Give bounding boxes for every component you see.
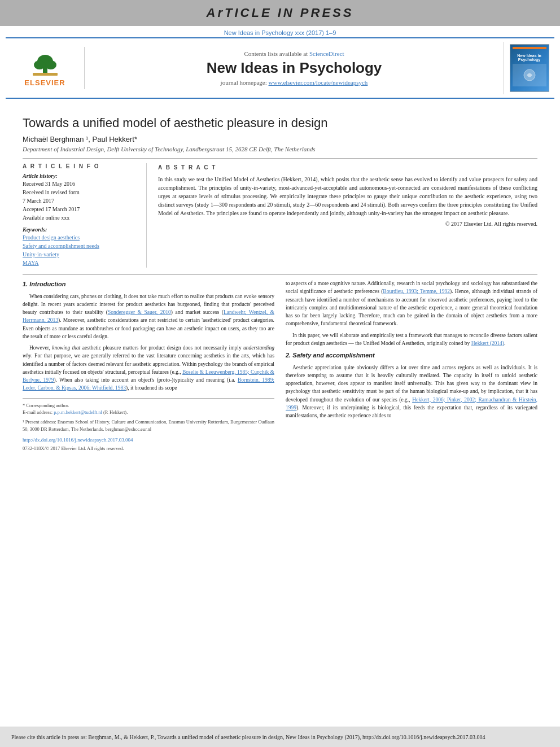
- revised-date: 7 March 2017: [23, 197, 138, 205]
- safety-heading: 2. Safety and accomplishment: [286, 351, 537, 360]
- intro-para2: However, knowing that aesthetic pleasure…: [23, 344, 274, 392]
- article-info: A R T I C L E I N F O Article history: R…: [23, 163, 147, 268]
- contents-available-text: Contents lists available at ScienceDirec…: [244, 50, 344, 57]
- elsevier-tree-icon: [23, 49, 68, 77]
- ref-bornstein[interactable]: Bornstein, 1989; Leder, Carbon, & Ripsas…: [23, 377, 274, 391]
- elsevier-label: ELSEVIER: [24, 78, 65, 87]
- citation-bar: Please cite this article in press as: Be…: [0, 727, 560, 747]
- ref-hekkert2006[interactable]: Hekkert, 2006; Pinker, 2002; Ramachandra…: [286, 397, 537, 410]
- journal-cover-section: New Ideas inPsychology: [504, 42, 554, 94]
- article-in-press-banner: ArTICLE IN PRESS: [0, 0, 560, 26]
- svg-point-3: [45, 60, 56, 69]
- body-right-col: to aspects of a more cognitive nature. A…: [286, 279, 537, 452]
- cover-title: New Ideas inPsychology: [517, 54, 541, 62]
- divider-1: [23, 158, 537, 159]
- ref-sonderegger[interactable]: Sonderegger & Sauer, 2010: [108, 309, 171, 315]
- citation-text: Please cite this article in press as: Be…: [11, 734, 485, 740]
- article-content: Towards a unified model of aesthetic ple…: [0, 99, 560, 727]
- journal-cover-image: New Ideas inPsychology: [510, 44, 549, 92]
- ref-boselie[interactable]: Boselie & Leeuwenberg, 1985; Cupchik & B…: [23, 369, 274, 383]
- right-para3: Aesthetic appreciation quite obviously d…: [286, 364, 537, 420]
- journal-citation: New Ideas in Psychology xxx (2017) 1–9: [224, 29, 336, 36]
- intro-para1: When considering cars, phones or clothin…: [23, 292, 274, 341]
- journal-homepage-link[interactable]: www.elsevier.com/locate/newideapsych: [269, 79, 368, 86]
- footnote-email: E-mail address: p.p.m.hekkert@tudelft.nl…: [23, 409, 274, 416]
- ref-hekkert2014[interactable]: Hekkert (2014): [471, 340, 504, 346]
- intro-heading: 1. Introduction: [23, 279, 274, 289]
- keyword-3[interactable]: Unity-in-variety: [23, 251, 138, 259]
- body-left-col: 1. Introduction When considering cars, p…: [23, 279, 274, 452]
- affiliation: Department of Industrial Design, Delft U…: [23, 146, 537, 152]
- footnote-1: ¹ Present address: Erasmus School of His…: [23, 418, 274, 433]
- keyword-2[interactable]: Safety and accomplishment needs: [23, 242, 138, 250]
- revised-label: Received in revised form: [23, 189, 138, 196]
- elsevier-logo-section: ELSEVIER: [6, 47, 85, 89]
- page: ArTICLE IN PRESS New Ideas in Psychology…: [0, 0, 560, 747]
- keyword-4[interactable]: MAYA: [23, 259, 138, 267]
- doi-link[interactable]: http://dx.doi.org/10.1016/j.newideapsych…: [23, 436, 274, 444]
- footnotes: * Corresponding author. E-mail address: …: [23, 398, 274, 433]
- received-date: Received 31 May 2016: [23, 180, 138, 188]
- available-online: Available online xxx: [23, 214, 138, 222]
- abstract-label: A B S T R A C T: [158, 163, 537, 172]
- article-title: Towards a unified model of aesthetic ple…: [23, 116, 537, 130]
- abstract-section: A B S T R A C T In this study we test th…: [158, 163, 537, 268]
- sciencedirect-link[interactable]: ScienceDirect: [309, 50, 344, 57]
- right-para2: In this paper, we will elaborate and emp…: [286, 331, 537, 348]
- abstract-text: In this study we test the Unified Model …: [158, 175, 537, 217]
- journal-link-row: New Ideas in Psychology xxx (2017) 1–9: [0, 26, 560, 37]
- info-abstract-section: A R T I C L E I N F O Article history: R…: [23, 163, 537, 268]
- journal-center-info: Contents lists available at ScienceDirec…: [85, 48, 504, 88]
- footnote-corresponding: * Corresponding author.: [23, 402, 274, 409]
- copyright-abstract: © 2017 Elsevier Ltd. All rights reserved…: [158, 220, 537, 228]
- cover-graphic-icon: [518, 67, 541, 84]
- keywords-label: Keywords:: [23, 226, 138, 233]
- history-label: Article history:: [23, 173, 138, 179]
- divider-2: [23, 274, 537, 275]
- authors: Michaël Berghman ¹, Paul Hekkert*: [23, 135, 537, 143]
- banner-text: ArTICLE IN PRESS: [207, 6, 354, 20]
- copyright-row: 0732-118X/© 2017 Elsevier Ltd. All right…: [23, 445, 274, 452]
- authors-text: Michaël Berghman ¹, Paul Hekkert*: [23, 135, 137, 143]
- journal-title: New Ideas in Psychology: [207, 59, 382, 77]
- keyword-1[interactable]: Product design aesthetics: [23, 234, 138, 242]
- svg-rect-4: [33, 73, 58, 76]
- svg-point-2: [34, 60, 45, 69]
- right-para1: to aspects of a more cognitive nature. A…: [286, 279, 537, 328]
- article-info-label: A R T I C L E I N F O: [23, 163, 138, 169]
- body-section: 1. Introduction When considering cars, p…: [23, 279, 537, 452]
- email-link[interactable]: p.p.m.hekkert@tudelft.nl: [54, 409, 102, 415]
- accepted-date: Accepted 17 March 2017: [23, 206, 138, 213]
- journal-header: ELSEVIER Contents lists available at Sci…: [6, 37, 554, 99]
- journal-homepage: journal homepage: www.elsevier.com/locat…: [221, 79, 368, 86]
- ref-bourdieu[interactable]: Bourdieu, 1993; Temme, 1992: [383, 289, 450, 294]
